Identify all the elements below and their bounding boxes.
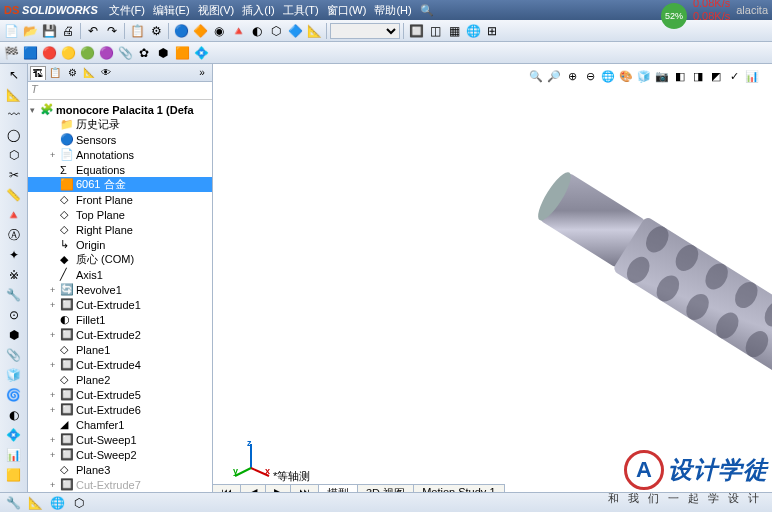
tree-node[interactable]: +🔲Cut-Extrude4 [28,357,212,372]
view-tool-icon[interactable]: 🔎 [546,68,562,84]
tree-tab-feature-icon[interactable]: 🏗 [30,66,46,80]
tree-node[interactable]: ◆质心 (COM) [28,252,212,267]
expand-icon[interactable]: + [50,450,60,460]
sketch-icon[interactable]: 📎 [116,44,134,62]
tree-tab-property-icon[interactable]: 📋 [47,66,63,80]
left-tool-icon[interactable]: ◯ [4,126,24,144]
feature-icon[interactable]: ◫ [426,22,444,40]
view-tool-icon[interactable]: 🔍 [528,68,544,84]
view-tool-icon[interactable]: 📊 [744,68,760,84]
tree-node[interactable]: +🔲Cut-Extrude2 [28,327,212,342]
feature-icon[interactable]: ⊞ [483,22,501,40]
view-tool-icon[interactable]: ⊖ [582,68,598,84]
sketch-icon[interactable]: 🏁 [2,44,20,62]
feature-icon[interactable]: ▦ [445,22,463,40]
sketch-icon[interactable]: 💠 [192,44,210,62]
tree-node[interactable]: ◇Right Plane [28,222,212,237]
tree-node[interactable]: ╱Axis1 [28,267,212,282]
menu-help[interactable]: 帮助(H) [371,3,414,18]
tree-node[interactable]: ◐Fillet1 [28,312,212,327]
view-tool-icon[interactable]: 🧊 [636,68,652,84]
print-icon[interactable]: 🖨 [59,22,77,40]
tree-node[interactable]: 🔵Sensors [28,132,212,147]
menu-edit[interactable]: 编辑(E) [150,3,193,18]
tree-body[interactable]: ▾ 🧩 monocore Palacita 1 (Defa 📁历史记录🔵Sens… [28,100,212,512]
tree-node[interactable]: +🔲Cut-Sweep1 [28,432,212,447]
feature-icon[interactable]: 🌐 [464,22,482,40]
open-icon[interactable]: 📂 [21,22,39,40]
left-tool-icon[interactable]: ⬢ [4,326,24,344]
feature-icon[interactable]: ⬡ [267,22,285,40]
tree-node[interactable]: 📁历史记录 [28,117,212,132]
viewport[interactable]: 🔍🔎⊕⊖🌐🎨🧊📷◧◨◩✓📊 [213,64,772,512]
feature-icon[interactable]: ◉ [210,22,228,40]
expand-icon[interactable]: + [50,405,60,415]
expand-icon[interactable]: + [50,150,60,160]
left-tool-icon[interactable]: 🟨 [4,466,24,484]
tree-node[interactable]: +🔲Cut-Extrude1 [28,297,212,312]
left-tool-icon[interactable]: ⊙ [4,306,24,324]
expand-icon[interactable]: + [50,360,60,370]
left-tool-icon[interactable]: ※ [4,266,24,284]
tree-root[interactable]: ▾ 🧩 monocore Palacita 1 (Defa [28,102,212,117]
tree-node[interactable]: ◇Plane2 [28,372,212,387]
status-icon[interactable]: ⬡ [70,494,88,512]
expand-icon[interactable]: + [50,390,60,400]
sketch-icon[interactable]: 🟧 [173,44,191,62]
status-icon[interactable]: 📐 [26,494,44,512]
tree-node[interactable]: ◇Plane1 [28,342,212,357]
view-tool-icon[interactable]: ⊕ [564,68,580,84]
view-tool-icon[interactable]: 🌐 [600,68,616,84]
left-tool-icon[interactable]: ⬡ [4,146,24,164]
tree-tab-config-icon[interactable]: ⚙ [64,66,80,80]
filter-select[interactable] [330,23,400,39]
tree-node[interactable]: ΣEquations [28,162,212,177]
expand-icon[interactable]: + [50,435,60,445]
left-tool-icon[interactable]: 🧊 [4,366,24,384]
feature-icon[interactable]: 📐 [305,22,323,40]
tree-node[interactable]: +🔲Cut-Extrude7 [28,477,212,492]
left-tool-icon[interactable]: 🔧 [4,286,24,304]
search-icon[interactable]: 🔍 [417,4,437,17]
feature-icon[interactable]: ◐ [248,22,266,40]
tree-node[interactable]: ↳Origin [28,237,212,252]
menu-file[interactable]: 文件(F) [106,3,148,18]
new-icon[interactable]: 📄 [2,22,20,40]
left-tool-icon[interactable]: 📊 [4,446,24,464]
save-icon[interactable]: 💾 [40,22,58,40]
feature-icon[interactable]: 🔷 [286,22,304,40]
view-tool-icon[interactable]: 📷 [654,68,670,84]
tree-node[interactable]: ◢Chamfer1 [28,417,212,432]
sketch-icon[interactable]: 🟡 [59,44,77,62]
sketch-icon[interactable]: 🟦 [21,44,39,62]
redo-icon[interactable]: ↷ [103,22,121,40]
view-tool-icon[interactable]: 🎨 [618,68,634,84]
left-tool-icon[interactable]: ✦ [4,246,24,264]
feature-icon[interactable]: 🔺 [229,22,247,40]
tree-node[interactable]: ◇Top Plane [28,207,212,222]
tree-node[interactable]: +🔲Cut-Extrude6 [28,402,212,417]
tree-node[interactable]: +🔲Cut-Sweep2 [28,447,212,462]
undo-icon[interactable]: ↶ [84,22,102,40]
view-tool-icon[interactable]: ◧ [672,68,688,84]
sketch-icon[interactable]: 🔴 [40,44,58,62]
tree-expand-icon[interactable]: » [194,66,210,80]
menu-view[interactable]: 视图(V) [195,3,238,18]
expand-icon[interactable]: + [50,285,60,295]
expand-icon[interactable]: ▾ [30,105,40,115]
left-tool-icon[interactable]: ◐ [4,406,24,424]
menu-insert[interactable]: 插入(I) [239,3,277,18]
view-tool-icon[interactable]: ◨ [690,68,706,84]
status-icon[interactable]: 🔧 [4,494,22,512]
sketch-icon[interactable]: 🟢 [78,44,96,62]
sketch-icon[interactable]: 🟣 [97,44,115,62]
orientation-triad[interactable]: zxy [231,438,271,478]
left-tool-icon[interactable]: 💠 [4,426,24,444]
feature-icon[interactable]: 🔶 [191,22,209,40]
tree-node[interactable]: ◇Front Plane [28,192,212,207]
tree-filter-input[interactable] [31,83,209,95]
menu-tools[interactable]: 工具(T) [280,3,322,18]
tree-node[interactable]: 🟧6061 合金 [28,177,212,192]
left-tool-icon[interactable]: 〰 [4,106,24,124]
rebuild-icon[interactable]: 📋 [128,22,146,40]
